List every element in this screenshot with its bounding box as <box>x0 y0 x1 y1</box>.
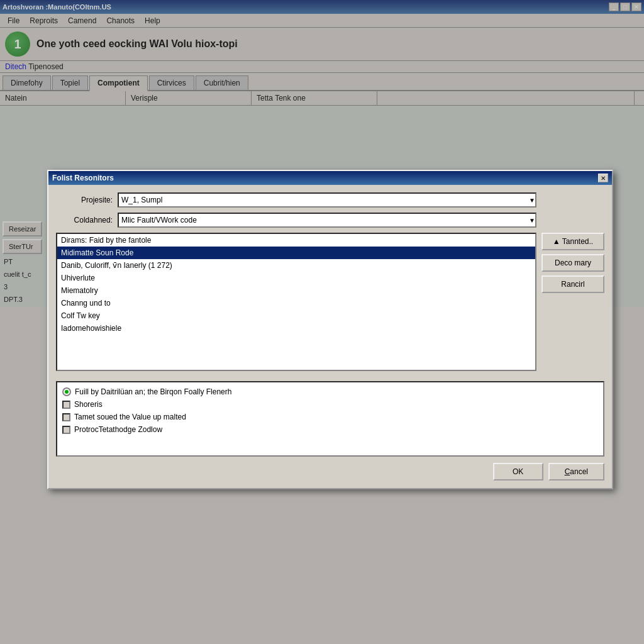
coldahned-select[interactable]: Mlic Fault/VWork code <box>118 213 536 228</box>
cancel-button[interactable]: Cancel <box>548 463 604 480</box>
option-label-1: Shoreris <box>74 400 103 409</box>
option-row-0: Fuill by Daitrilüan an; the Birqon Foall… <box>62 387 598 396</box>
modal-title-bar: Folist Resonitors ✕ <box>48 171 612 185</box>
list-section: Dirams: Faid by the fantole Midimatte So… <box>56 233 604 376</box>
option-label-2: Tamet soued the Value up malted <box>74 413 186 421</box>
right-buttons-panel: ▲ Tannted.. Deco mary Rancirl <box>541 233 604 376</box>
list-item-3[interactable]: Uhiverlute <box>57 272 535 284</box>
list-item-1[interactable]: Midimatte Soun Rode <box>57 247 535 259</box>
list-container: Dirams: Faid by the fantole Midimatte So… <box>56 233 536 376</box>
list-box[interactable]: Dirams: Faid by the fantole Midimatte So… <box>56 233 536 371</box>
option-row-2: Tamet soued the Value up malted <box>62 413 598 421</box>
modal-overlay: Folist Resonitors ✕ Projesite: W_1, Sump… <box>0 0 644 644</box>
rancirl-button[interactable]: Rancirl <box>541 275 604 293</box>
modal-title: Folist Resonitors <box>52 174 114 182</box>
options-section: Fuill by Daitrilüan an; the Birqon Foall… <box>56 381 604 457</box>
option-label-3: ProtrocTetathodge Zodlow <box>74 425 162 434</box>
projesite-row: Projesite: W_1, Sumpl ▼ <box>56 192 604 208</box>
option-row-1: Shoreris <box>62 400 598 409</box>
projesite-label: Projesite: <box>56 196 113 204</box>
list-item-5[interactable]: Channg und to <box>57 297 535 309</box>
cancel-underline: C <box>565 467 570 476</box>
modal-dialog: Folist Resonitors ✕ Projesite: W_1, Sump… <box>47 170 613 489</box>
list-item-0[interactable]: Dirams: Faid by the fantole <box>57 234 535 247</box>
modal-close-button[interactable]: ✕ <box>598 174 608 182</box>
checkbox-1[interactable] <box>62 401 70 409</box>
deco-mary-button[interactable]: Deco mary <box>541 254 604 272</box>
tannted-button[interactable]: ▲ Tannted.. <box>541 233 604 250</box>
modal-body: Projesite: W_1, Sumpl ▼ Coldahned: Mlic <box>48 185 612 488</box>
option-row-3: ProtrocTetathodge Zodlow <box>62 425 598 434</box>
list-item-7[interactable]: Iadomehowishiele <box>57 322 535 335</box>
list-item-2[interactable]: Danib, Culoriff, v̄n Ianerly (1 272) <box>57 259 535 272</box>
ok-button[interactable]: OK <box>493 463 543 480</box>
app-window: Artoshvoran :Manuto(COltnm.US _ □ ✕ File… <box>0 0 644 644</box>
checkbox-2[interactable] <box>62 413 70 421</box>
checkbox-3[interactable] <box>62 426 70 434</box>
coldahned-row: Coldahned: Mlic Fault/VWork code ▼ <box>56 213 604 228</box>
list-item-4[interactable]: Miematolry <box>57 284 535 297</box>
projesite-select-wrapper: W_1, Sumpl ▼ <box>118 192 536 208</box>
list-item-6[interactable]: Colf Tw key <box>57 309 535 322</box>
radio-0[interactable] <box>62 387 71 396</box>
bottom-buttons: OK Cancel <box>56 457 604 480</box>
coldahned-label: Coldahned: <box>56 216 113 225</box>
coldahned-select-wrapper: Mlic Fault/VWork code ▼ <box>118 213 536 228</box>
projesite-select[interactable]: W_1, Sumpl <box>118 192 536 208</box>
option-label-0: Fuill by Daitrilüan an; the Birqon Foall… <box>75 387 231 396</box>
